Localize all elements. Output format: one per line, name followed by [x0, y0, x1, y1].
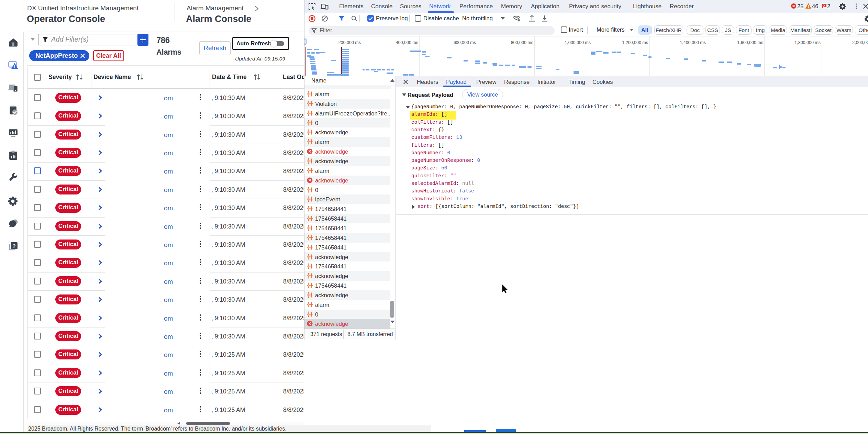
- svg-text:?: ?: [12, 243, 15, 249]
